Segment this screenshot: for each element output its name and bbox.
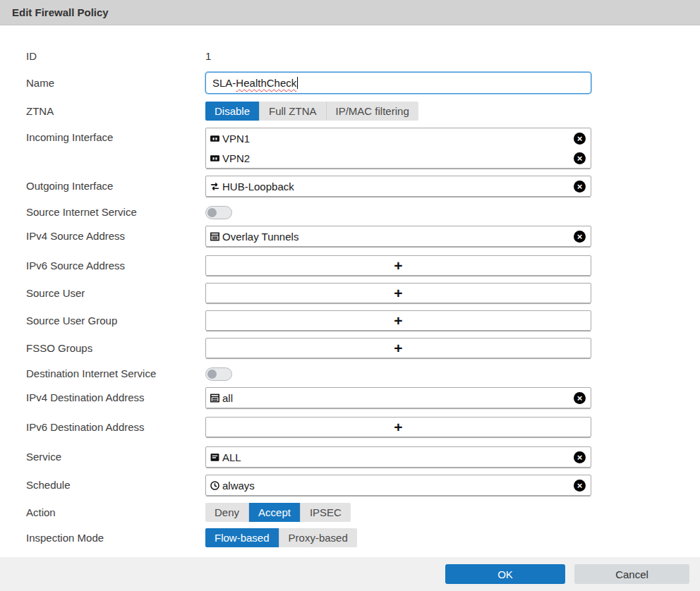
entry-vpn1: VPN1 × bbox=[206, 128, 591, 148]
interface-icon bbox=[210, 153, 220, 164]
entry-label: VPN1 bbox=[222, 133, 250, 145]
row-schedule: Schedule always × bbox=[0, 475, 700, 496]
service-box[interactable]: ALL × bbox=[205, 446, 591, 468]
remove-icon[interactable]: × bbox=[574, 480, 586, 492]
ipv4-source-address-box[interactable]: Overlay Tunnels × bbox=[205, 226, 591, 247]
row-source-user-group: Source User Group + bbox=[0, 310, 700, 331]
source-user-group-add[interactable]: + bbox=[205, 310, 591, 331]
incoming-interface-box[interactable]: VPN1 × VPN2 × bbox=[205, 128, 591, 169]
remove-icon[interactable]: × bbox=[574, 181, 586, 193]
row-ipv4-source-address: IPv4 Source Address Overlay Tunnels × bbox=[0, 226, 700, 247]
text-caret bbox=[297, 77, 298, 89]
field-label-inspection-mode: Inspection Mode bbox=[0, 531, 205, 545]
destination-internet-service-toggle[interactable] bbox=[205, 367, 232, 381]
row-outgoing-interface: Outgoing Interface HUB-Loopback × bbox=[0, 176, 700, 197]
field-label-ipv4-destination-address: IPv4 Destination Address bbox=[0, 391, 205, 405]
field-label-incoming-interface: Incoming Interface bbox=[0, 130, 205, 145]
row-ipv6-destination-address: IPv6 Destination Address + bbox=[0, 417, 700, 437]
schedule-box[interactable]: always × bbox=[205, 475, 591, 496]
field-label-id: ID bbox=[0, 49, 205, 63]
field-label-ztna: ZTNA bbox=[0, 104, 205, 118]
field-label-fsso-groups: FSSO Groups bbox=[0, 341, 205, 355]
ipv6-destination-address-add[interactable]: + bbox=[205, 417, 591, 437]
row-fsso-groups: FSSO Groups + bbox=[0, 338, 700, 358]
address-icon bbox=[210, 231, 220, 242]
ok-button[interactable]: OK bbox=[445, 564, 565, 584]
ztna-option-full-ztna[interactable]: Full ZTNA bbox=[260, 102, 327, 121]
entry-all-address: all × bbox=[206, 388, 591, 408]
inspection-mode-segmented: Flow-based Proxy-based bbox=[205, 528, 357, 547]
inspection-option-proxy-based[interactable]: Proxy-based bbox=[279, 528, 357, 547]
field-label-ipv6-source-address: IPv6 Source Address bbox=[0, 259, 205, 273]
toggle-knob bbox=[207, 208, 217, 217]
action-option-deny[interactable]: Deny bbox=[205, 503, 249, 522]
field-label-source-user: Source User bbox=[0, 286, 205, 300]
row-ipv6-source-address: IPv6 Source Address + bbox=[0, 255, 700, 276]
remove-icon[interactable]: × bbox=[574, 133, 586, 145]
entry-label: always bbox=[222, 480, 255, 492]
dialog-titlebar: Edit Firewall Policy bbox=[0, 0, 700, 25]
row-incoming-interface: Incoming Interface VPN1 × VPN2 bbox=[0, 128, 700, 169]
field-label-schedule: Schedule bbox=[0, 478, 205, 492]
loopback-icon bbox=[210, 181, 220, 192]
plus-icon: + bbox=[394, 286, 402, 300]
field-label-outgoing-interface: Outgoing Interface bbox=[0, 179, 205, 193]
dialog-footer: OK Cancel bbox=[0, 557, 700, 591]
action-option-accept[interactable]: Accept bbox=[249, 503, 301, 522]
action-option-ipsec[interactable]: IPSEC bbox=[301, 503, 351, 522]
row-destination-internet-service: Destination Internet Service bbox=[0, 367, 700, 381]
entry-always: always × bbox=[206, 475, 591, 495]
ipv6-source-address-add[interactable]: + bbox=[205, 255, 591, 276]
name-value-prefix: SLA- bbox=[212, 77, 236, 89]
field-label-action: Action bbox=[0, 506, 205, 520]
source-user-add[interactable]: + bbox=[205, 283, 591, 303]
dialog-title: Edit Firewall Policy bbox=[12, 6, 109, 18]
entry-label: Overlay Tunnels bbox=[222, 231, 298, 243]
interface-icon bbox=[210, 133, 220, 144]
field-label-name: Name bbox=[0, 76, 205, 90]
row-service: Service ALL × bbox=[0, 446, 700, 468]
entry-label: HUB-Loopback bbox=[222, 181, 294, 193]
source-internet-service-toggle[interactable] bbox=[205, 206, 232, 219]
edit-firewall-policy-dialog: Edit Firewall Policy ID 1 Name SLA-Healt… bbox=[0, 0, 700, 591]
row-inspection-mode: Inspection Mode Flow-based Proxy-based bbox=[0, 528, 700, 547]
row-ipv4-destination-address: IPv4 Destination Address all × bbox=[0, 387, 700, 408]
remove-icon[interactable]: × bbox=[574, 451, 586, 463]
entry-label: VPN2 bbox=[222, 152, 250, 164]
address-icon bbox=[210, 393, 220, 403]
plus-icon: + bbox=[394, 313, 402, 328]
ztna-segmented: Disable Full ZTNA IP/MAC filtering bbox=[205, 102, 418, 121]
entry-label: all bbox=[222, 392, 233, 404]
plus-icon: + bbox=[394, 420, 402, 434]
entry-hub-loopback: HUB-Loopback × bbox=[206, 176, 591, 196]
field-label-source-internet-service: Source Internet Service bbox=[0, 205, 205, 219]
ztna-option-disable[interactable]: Disable bbox=[205, 102, 260, 121]
name-value-flagged: HealthCheck bbox=[236, 77, 296, 89]
action-segmented: Deny Accept IPSEC bbox=[205, 503, 351, 522]
inspection-option-flow-based[interactable]: Flow-based bbox=[205, 528, 279, 547]
remove-icon[interactable]: × bbox=[574, 152, 586, 164]
fsso-groups-add[interactable]: + bbox=[205, 338, 591, 358]
ztna-option-ip-mac-filtering[interactable]: IP/MAC filtering bbox=[327, 102, 418, 121]
remove-icon[interactable]: × bbox=[574, 392, 586, 404]
policy-form: ID 1 Name SLA-HealthCheck ZTNA Disable F… bbox=[0, 25, 700, 557]
row-ztna: ZTNA Disable Full ZTNA IP/MAC filtering bbox=[0, 102, 700, 121]
entry-label: ALL bbox=[222, 451, 241, 463]
plus-icon: + bbox=[394, 258, 402, 273]
service-icon bbox=[210, 452, 220, 463]
cancel-button[interactable]: Cancel bbox=[574, 564, 689, 584]
row-name: Name SLA-HealthCheck bbox=[0, 72, 700, 94]
outgoing-interface-box[interactable]: HUB-Loopback × bbox=[205, 176, 591, 197]
entry-vpn2: VPN2 × bbox=[206, 148, 591, 168]
row-source-user: Source User + bbox=[0, 283, 700, 303]
ipv4-destination-address-box[interactable]: all × bbox=[205, 387, 591, 408]
schedule-icon bbox=[210, 480, 220, 491]
field-label-service: Service bbox=[0, 450, 205, 464]
plus-icon: + bbox=[394, 341, 402, 355]
field-label-source-user-group: Source User Group bbox=[0, 314, 205, 328]
row-action: Action Deny Accept IPSEC bbox=[0, 503, 700, 522]
field-label-destination-internet-service: Destination Internet Service bbox=[0, 367, 205, 381]
name-input[interactable]: SLA-HealthCheck bbox=[205, 72, 591, 94]
remove-icon[interactable]: × bbox=[574, 231, 586, 243]
field-label-ipv4-source-address: IPv4 Source Address bbox=[0, 229, 205, 243]
